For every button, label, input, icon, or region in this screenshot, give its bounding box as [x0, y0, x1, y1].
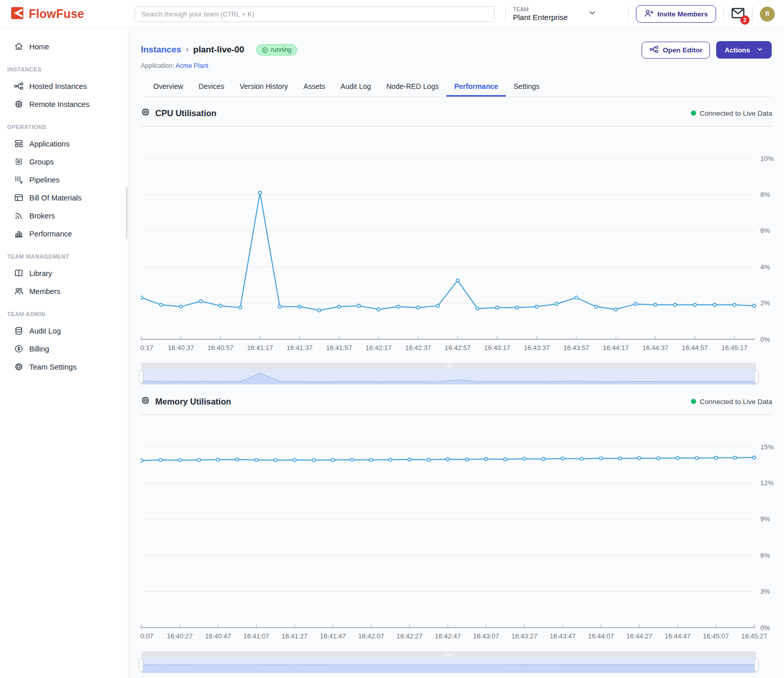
- svg-text:16:43:07: 16:43:07: [473, 632, 499, 640]
- live-dot-icon: [691, 399, 696, 404]
- live-dot-icon: [691, 111, 696, 116]
- minimap-right-handle[interactable]: [754, 658, 759, 672]
- sidebar-section-instances: INSTANCES: [0, 66, 128, 72]
- svg-text:16:45:27: 16:45:27: [741, 632, 768, 640]
- sidebar-item-bill-of-materials[interactable]: Bill Of Materials: [0, 189, 128, 207]
- sidebar-item-brokers[interactable]: Brokers: [0, 207, 128, 225]
- svg-text:16:40:37: 16:40:37: [168, 344, 194, 352]
- svg-text:16:43:37: 16:43:37: [524, 344, 550, 352]
- flowfuse-logo-icon: [10, 6, 24, 22]
- minimap-left-handle[interactable]: [139, 658, 143, 672]
- avatar[interactable]: fl: [760, 7, 775, 22]
- svg-text:16:44:27: 16:44:27: [626, 632, 652, 640]
- svg-text:16:41:07: 16:41:07: [243, 632, 269, 640]
- svg-text:3%: 3%: [760, 588, 770, 595]
- tab-assets[interactable]: Assets: [296, 77, 333, 97]
- sidebar-item-billing[interactable]: Billing: [0, 340, 128, 358]
- minimap-right-handle[interactable]: [754, 370, 759, 383]
- sidebar-item-audit-log[interactable]: Audit Log: [0, 322, 128, 340]
- notification-badge: 2: [740, 15, 750, 25]
- invite-members-label: Invite Members: [658, 10, 708, 18]
- cpu-chart: 0%2%4%6%8%10%0:1716:40:3716:40:5716:41:1…: [140, 131, 783, 355]
- sidebar-scrollbar[interactable]: [126, 187, 127, 239]
- sidebar-item-team-settings[interactable]: Team Settings: [0, 358, 128, 376]
- tab-settings[interactable]: Settings: [506, 77, 548, 97]
- tab-node-red-logs[interactable]: Node-RED Logs: [379, 77, 447, 97]
- sidebar-item-label: Performance: [29, 230, 72, 238]
- search-input[interactable]: [135, 6, 495, 22]
- minimap-left-handle[interactable]: [139, 370, 143, 383]
- svg-text:16:45:07: 16:45:07: [703, 632, 729, 640]
- svg-text:16:44:07: 16:44:07: [588, 632, 614, 640]
- sidebar-item-pipelines[interactable]: Pipelines: [0, 171, 128, 189]
- status-badge: running: [256, 44, 297, 56]
- breadcrumb-chevron-icon: ›: [186, 45, 188, 54]
- sidebar-item-label: Brokers: [29, 212, 55, 220]
- svg-text:16:44:37: 16:44:37: [642, 344, 668, 352]
- tab-devices[interactable]: Devices: [191, 77, 232, 97]
- application-link[interactable]: Acme Plant: [175, 62, 208, 69]
- svg-text:0:07: 0:07: [140, 632, 153, 640]
- hosted-instances-icon: [14, 81, 24, 91]
- sidebar-item-hosted-instances[interactable]: Hosted Instances: [0, 77, 128, 95]
- status-badge-label: running: [271, 46, 291, 53]
- sidebar-section-operations: OPERATIONS: [0, 124, 128, 130]
- sidebar-item-label: Pipelines: [29, 176, 60, 184]
- svg-text:2%: 2%: [760, 299, 770, 307]
- cpu-chip-icon: [140, 107, 151, 119]
- home-icon: [14, 42, 24, 51]
- minimap-drag-bar[interactable]: [141, 363, 756, 369]
- sidebar-item-home[interactable]: Home: [0, 38, 128, 56]
- main-content: Instances › plant-live-00 running: [129, 28, 784, 678]
- divider: [752, 6, 753, 22]
- library-icon: [14, 268, 24, 278]
- team-label: TEAM:: [513, 6, 568, 12]
- svg-text:16:41:17: 16:41:17: [247, 344, 273, 352]
- svg-text:16:40:57: 16:40:57: [208, 344, 234, 352]
- application-line: Application: Acme Plant: [141, 62, 772, 69]
- tab-performance[interactable]: Performance: [446, 77, 506, 97]
- sidebar-item-library[interactable]: Library: [0, 264, 128, 282]
- application-label: Application:: [141, 62, 174, 69]
- svg-text:16:43:27: 16:43:27: [512, 632, 538, 640]
- tab-version-history[interactable]: Version History: [232, 77, 296, 97]
- sidebar-item-groups[interactable]: Groups: [0, 153, 128, 171]
- tab-audit-log[interactable]: Audit Log: [333, 77, 378, 97]
- chevron-down-icon: [588, 9, 596, 19]
- sidebar-item-label: Applications: [29, 140, 69, 148]
- node-editor-icon: [649, 45, 659, 56]
- sidebar-item-label: Bill Of Materials: [29, 194, 82, 202]
- billing-icon: [14, 344, 24, 354]
- svg-text:16:44:57: 16:44:57: [682, 344, 708, 352]
- svg-text:8%: 8%: [760, 191, 770, 198]
- sidebar-item-label: Team Settings: [29, 363, 77, 371]
- flowfuse-logo[interactable]: FlowFuse: [0, 6, 129, 22]
- breadcrumb: Instances › plant-live-00 running: [141, 41, 772, 59]
- actions-button[interactable]: Actions: [716, 41, 772, 59]
- invite-members-button[interactable]: Invite Members: [636, 5, 716, 23]
- svg-text:4%: 4%: [760, 263, 770, 271]
- minimap-drag-bar[interactable]: [141, 651, 756, 657]
- team-selector[interactable]: TEAM: Plant Enterprise: [513, 6, 621, 22]
- cpu-minimap: [141, 363, 756, 384]
- notifications-button[interactable]: 2: [731, 7, 745, 21]
- sidebar-item-label: Members: [29, 287, 60, 296]
- groups-icon: [14, 157, 24, 167]
- sidebar-item-performance[interactable]: Performance: [0, 225, 128, 243]
- sidebar-section-team-management: TEAM MANAGEMENT: [0, 253, 128, 260]
- bill-of-materials-icon: [14, 193, 24, 203]
- drag-grip-icon: [445, 653, 453, 656]
- open-editor-button[interactable]: Open Editor: [642, 42, 710, 59]
- open-editor-label: Open Editor: [663, 46, 702, 54]
- breadcrumb-link-instances[interactable]: Instances: [141, 45, 181, 55]
- top-bar: FlowFuse TEAM: Plant Enterprise Invite M…: [0, 0, 784, 28]
- svg-text:10%: 10%: [760, 155, 774, 162]
- chevron-down-icon: [756, 46, 763, 54]
- svg-text:16:43:47: 16:43:47: [550, 632, 576, 640]
- instance-tabs: OverviewDevicesVersion HistoryAssetsAudi…: [141, 77, 772, 97]
- sidebar-item-applications[interactable]: Applications: [0, 135, 128, 153]
- sidebar-item-members[interactable]: Members: [0, 282, 128, 300]
- sidebar-item-remote-instances[interactable]: Remote Instances: [0, 95, 128, 113]
- tab-overview[interactable]: Overview: [145, 77, 191, 97]
- remote-instances-icon: [14, 99, 24, 109]
